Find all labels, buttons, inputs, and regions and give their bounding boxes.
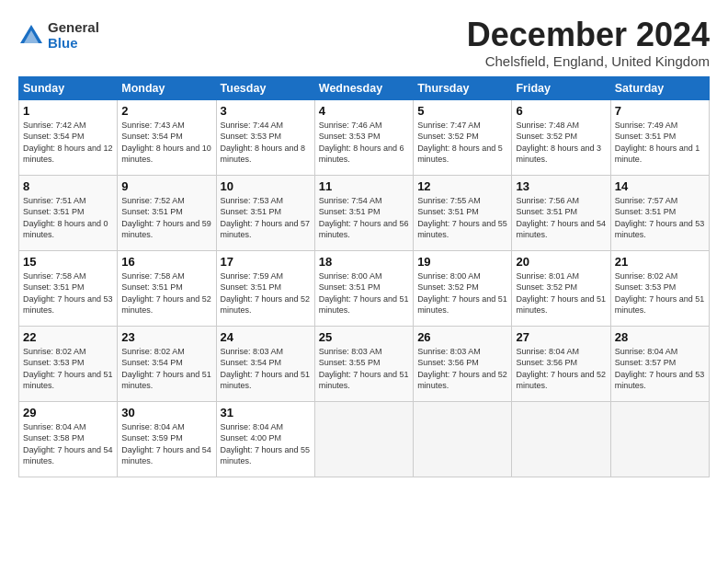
calendar-cell: 10Sunrise: 7:53 AMSunset: 3:51 PMDayligh…: [216, 175, 314, 250]
day-info: Sunrise: 8:02 AMSunset: 3:53 PMDaylight:…: [23, 346, 113, 392]
day-info: Sunrise: 7:58 AMSunset: 3:51 PMDaylight:…: [23, 270, 113, 316]
location-title: Chelsfield, England, United Kingdom: [467, 53, 710, 69]
day-number: 25: [319, 330, 409, 344]
day-number: 30: [121, 406, 211, 419]
calendar-cell: 15Sunrise: 7:58 AMSunset: 3:51 PMDayligh…: [19, 250, 118, 326]
day-info: Sunrise: 7:51 AMSunset: 3:51 PMDaylight:…: [23, 195, 113, 241]
calendar-cell: 4Sunrise: 7:46 AMSunset: 3:53 PMDaylight…: [314, 99, 413, 175]
day-number: 28: [615, 330, 705, 344]
calendar-cell: 23Sunrise: 8:02 AMSunset: 3:54 PMDayligh…: [118, 326, 216, 401]
month-title: December 2024: [467, 17, 710, 53]
calendar-cell: 6Sunrise: 7:48 AMSunset: 3:52 PMDaylight…: [512, 99, 610, 175]
day-number: 9: [121, 179, 211, 193]
calendar-cell: 1Sunrise: 7:42 AMSunset: 3:54 PMDaylight…: [19, 99, 118, 175]
calendar-cell: [512, 401, 610, 477]
day-number: 18: [319, 255, 409, 269]
day-number: 8: [23, 179, 113, 193]
day-info: Sunrise: 7:47 AMSunset: 3:52 PMDaylight:…: [417, 120, 507, 166]
calendar-cell: 18Sunrise: 8:00 AMSunset: 3:51 PMDayligh…: [314, 250, 413, 326]
day-info: Sunrise: 8:00 AMSunset: 3:52 PMDaylight:…: [417, 270, 507, 316]
calendar-cell: 8Sunrise: 7:51 AMSunset: 3:51 PMDaylight…: [19, 175, 118, 250]
day-number: 17: [221, 255, 311, 269]
day-info: Sunrise: 7:46 AMSunset: 3:53 PMDaylight:…: [319, 120, 409, 166]
day-number: 19: [417, 255, 507, 269]
day-info: Sunrise: 8:02 AMSunset: 3:53 PMDaylight:…: [615, 270, 705, 316]
calendar-header-monday: Monday: [118, 76, 216, 99]
calendar-header-tuesday: Tuesday: [216, 76, 314, 99]
day-info: Sunrise: 8:04 AMSunset: 3:58 PMDaylight:…: [23, 421, 113, 467]
day-info: Sunrise: 8:01 AMSunset: 3:52 PMDaylight:…: [516, 270, 606, 316]
day-info: Sunrise: 8:03 AMSunset: 3:56 PMDaylight:…: [417, 346, 507, 392]
day-number: 29: [23, 406, 113, 419]
day-number: 5: [417, 104, 507, 118]
calendar-week-4: 22Sunrise: 8:02 AMSunset: 3:53 PMDayligh…: [19, 326, 710, 401]
day-number: 2: [121, 104, 211, 118]
day-info: Sunrise: 8:04 AMSunset: 3:56 PMDaylight:…: [516, 346, 606, 392]
calendar-cell: 29Sunrise: 8:04 AMSunset: 3:58 PMDayligh…: [19, 401, 118, 477]
day-number: 4: [319, 104, 409, 118]
calendar-cell: 28Sunrise: 8:04 AMSunset: 3:57 PMDayligh…: [610, 326, 709, 401]
calendar-header-sunday: Sunday: [19, 76, 118, 99]
logo: General Blue: [18, 20, 99, 51]
day-number: 1: [23, 104, 113, 118]
day-info: Sunrise: 8:02 AMSunset: 3:54 PMDaylight:…: [121, 346, 211, 392]
calendar-cell: 5Sunrise: 7:47 AMSunset: 3:52 PMDaylight…: [414, 99, 512, 175]
day-info: Sunrise: 7:56 AMSunset: 3:51 PMDaylight:…: [516, 195, 606, 241]
calendar-week-2: 8Sunrise: 7:51 AMSunset: 3:51 PMDaylight…: [19, 175, 710, 250]
day-info: Sunrise: 8:04 AMSunset: 3:57 PMDaylight:…: [615, 346, 705, 392]
calendar-cell: 13Sunrise: 7:56 AMSunset: 3:51 PMDayligh…: [512, 175, 610, 250]
logo-general: General: [48, 20, 99, 36]
day-number: 14: [615, 179, 705, 193]
calendar-cell: 27Sunrise: 8:04 AMSunset: 3:56 PMDayligh…: [512, 326, 610, 401]
calendar-cell: 11Sunrise: 7:54 AMSunset: 3:51 PMDayligh…: [314, 175, 413, 250]
day-info: Sunrise: 7:54 AMSunset: 3:51 PMDaylight:…: [319, 195, 409, 241]
day-info: Sunrise: 7:59 AMSunset: 3:51 PMDaylight:…: [221, 270, 311, 316]
day-number: 13: [516, 179, 606, 193]
day-info: Sunrise: 7:43 AMSunset: 3:54 PMDaylight:…: [121, 120, 211, 166]
calendar-cell: 21Sunrise: 8:02 AMSunset: 3:53 PMDayligh…: [610, 250, 709, 326]
calendar-cell: 30Sunrise: 8:04 AMSunset: 3:59 PMDayligh…: [118, 401, 216, 477]
calendar-cell: 9Sunrise: 7:52 AMSunset: 3:51 PMDaylight…: [118, 175, 216, 250]
logo-icon: [18, 23, 44, 49]
day-number: 23: [121, 330, 211, 344]
day-info: Sunrise: 8:04 AMSunset: 3:59 PMDaylight:…: [121, 421, 211, 467]
calendar-cell: 14Sunrise: 7:57 AMSunset: 3:51 PMDayligh…: [610, 175, 709, 250]
day-info: Sunrise: 7:52 AMSunset: 3:51 PMDaylight:…: [121, 195, 211, 241]
calendar-cell: 2Sunrise: 7:43 AMSunset: 3:54 PMDaylight…: [118, 99, 216, 175]
day-number: 31: [221, 406, 311, 419]
calendar-week-1: 1Sunrise: 7:42 AMSunset: 3:54 PMDaylight…: [19, 99, 710, 175]
calendar-header-wednesday: Wednesday: [314, 76, 413, 99]
day-number: 24: [221, 330, 311, 344]
calendar-cell: 25Sunrise: 8:03 AMSunset: 3:55 PMDayligh…: [314, 326, 413, 401]
calendar-cell: 19Sunrise: 8:00 AMSunset: 3:52 PMDayligh…: [414, 250, 512, 326]
calendar-header-friday: Friday: [512, 76, 610, 99]
day-info: Sunrise: 7:44 AMSunset: 3:53 PMDaylight:…: [221, 120, 311, 166]
calendar-cell: [610, 401, 709, 477]
calendar-cell: 17Sunrise: 7:59 AMSunset: 3:51 PMDayligh…: [216, 250, 314, 326]
day-info: Sunrise: 7:53 AMSunset: 3:51 PMDaylight:…: [221, 195, 311, 241]
calendar-cell: 31Sunrise: 8:04 AMSunset: 4:00 PMDayligh…: [216, 401, 314, 477]
day-info: Sunrise: 7:58 AMSunset: 3:51 PMDaylight:…: [121, 270, 211, 316]
page: General Blue December 2024 Chelsfield, E…: [0, 0, 728, 487]
day-info: Sunrise: 7:48 AMSunset: 3:52 PMDaylight:…: [516, 120, 606, 166]
day-number: 16: [121, 255, 211, 269]
calendar-week-5: 29Sunrise: 8:04 AMSunset: 3:58 PMDayligh…: [19, 401, 710, 477]
calendar-cell: 22Sunrise: 8:02 AMSunset: 3:53 PMDayligh…: [19, 326, 118, 401]
day-number: 21: [615, 255, 705, 269]
calendar-cell: 20Sunrise: 8:01 AMSunset: 3:52 PMDayligh…: [512, 250, 610, 326]
day-info: Sunrise: 7:55 AMSunset: 3:51 PMDaylight:…: [417, 195, 507, 241]
calendar-header-thursday: Thursday: [414, 76, 512, 99]
day-number: 7: [615, 104, 705, 118]
day-info: Sunrise: 8:03 AMSunset: 3:55 PMDaylight:…: [319, 346, 409, 392]
day-info: Sunrise: 8:03 AMSunset: 3:54 PMDaylight:…: [221, 346, 311, 392]
day-number: 10: [221, 179, 311, 193]
day-info: Sunrise: 8:00 AMSunset: 3:51 PMDaylight:…: [319, 270, 409, 316]
day-number: 11: [319, 179, 409, 193]
header: General Blue December 2024 Chelsfield, E…: [18, 17, 710, 69]
day-info: Sunrise: 8:04 AMSunset: 4:00 PMDaylight:…: [221, 421, 311, 467]
title-block: December 2024 Chelsfield, England, Unite…: [467, 17, 710, 69]
calendar-cell: 26Sunrise: 8:03 AMSunset: 3:56 PMDayligh…: [414, 326, 512, 401]
day-number: 15: [23, 255, 113, 269]
logo-blue: Blue: [48, 36, 99, 52]
day-number: 26: [417, 330, 507, 344]
